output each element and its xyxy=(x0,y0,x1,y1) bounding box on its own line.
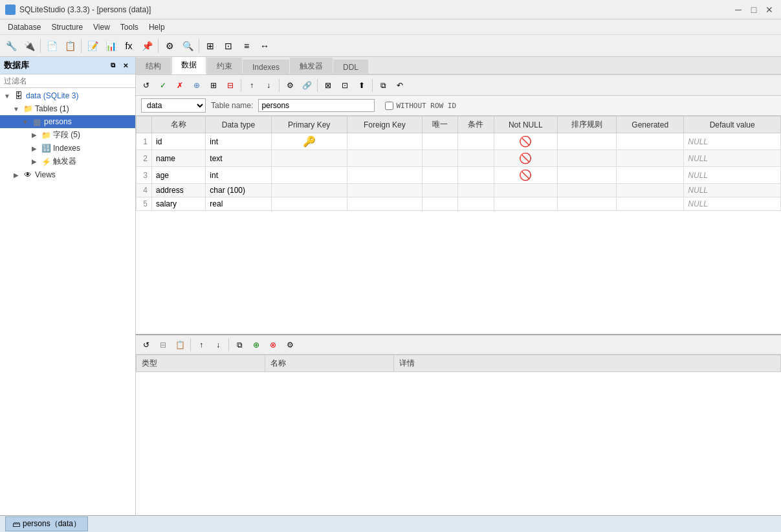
table-row[interactable]: 1idint🔑🚫NULL xyxy=(137,133,781,150)
close-button[interactable]: ✕ xyxy=(763,3,776,16)
toolbar-btn-7[interactable]: fx xyxy=(120,38,137,54)
stb-split-v[interactable]: ⊡ xyxy=(337,78,353,93)
filter-input[interactable] xyxy=(0,74,135,88)
toolbar-btn-12[interactable]: ⊡ xyxy=(220,38,237,54)
cell-fk xyxy=(347,197,422,211)
stb-insert-col[interactable]: ⊞ xyxy=(206,78,221,93)
stb-commit[interactable]: ✓ xyxy=(155,78,171,93)
stb-del-col[interactable]: ⊟ xyxy=(223,78,238,93)
toolbar-btn-13[interactable]: ≡ xyxy=(238,38,255,54)
stb-split-h[interactable]: ⊠ xyxy=(320,78,336,93)
cell-collation xyxy=(557,167,616,184)
toolbar-btn-14[interactable]: ↔ xyxy=(256,38,273,54)
toolbar-btn-2[interactable]: 🔌 xyxy=(21,38,38,54)
cell-pk xyxy=(271,150,347,167)
tab-structure[interactable]: 结构 xyxy=(136,58,171,74)
btb-up[interactable]: ↑ xyxy=(193,337,209,353)
tree-item-triggers[interactable]: ▶⚡触发器 xyxy=(0,155,135,168)
toolbar-btn-6[interactable]: 📊 xyxy=(102,38,119,54)
tree-toggle-triggers[interactable]: ▶ xyxy=(30,157,39,166)
btb-del[interactable]: ⊟ xyxy=(155,337,171,353)
cell-datatype: char (100) xyxy=(206,184,271,197)
btb-add[interactable]: ⊕ xyxy=(248,337,264,353)
menu-item-help[interactable]: Help xyxy=(144,21,170,33)
key-icon: 🔑 xyxy=(303,136,316,147)
toolbar-btn-9[interactable]: ⚙ xyxy=(161,38,178,54)
tree-toggle-data[interactable]: ▼ xyxy=(3,91,12,100)
null-value: NULL xyxy=(688,137,708,146)
tree-label-tables: Tables (1) xyxy=(35,104,69,113)
tree-toggle-tables[interactable]: ▼ xyxy=(12,104,21,113)
tree-label-data: data (SQLite 3) xyxy=(26,91,78,100)
cell-pk: 🔑 xyxy=(271,133,347,150)
stb-export[interactable]: ⬆ xyxy=(354,78,369,93)
toolbar-btn-10[interactable]: 🔍 xyxy=(179,38,196,54)
cell-fk xyxy=(347,133,422,150)
btb-settings[interactable]: ⚙ xyxy=(282,337,298,353)
stb-copy[interactable]: ⧉ xyxy=(375,78,391,93)
toolbar-btn-4[interactable]: 📋 xyxy=(61,38,78,54)
without-rowid-label: WITHOUT ROW ID xyxy=(396,102,456,110)
tree-toggle-fields[interactable]: ▶ xyxy=(30,131,39,140)
stb-move-down[interactable]: ↓ xyxy=(261,78,276,93)
minimize-button[interactable]: ─ xyxy=(732,3,745,16)
table-row[interactable]: 3ageint🚫NULL xyxy=(137,167,781,184)
btb-close[interactable]: ⊗ xyxy=(265,337,281,353)
sub-toolbar: ↺ ✓ ✗ ⊕ ⊞ ⊟ ↑ ↓ ⚙ 🔗 ⊠ ⊡ ⬆ ⧉ ↶ xyxy=(136,75,781,96)
stb-undo[interactable]: ↶ xyxy=(392,78,408,93)
cell-notnull xyxy=(494,184,557,197)
tree-item-fields[interactable]: ▶📁字段 (5) xyxy=(0,128,135,142)
table-row[interactable]: 2nametext🚫NULL xyxy=(137,150,781,167)
menu-item-tools[interactable]: Tools xyxy=(115,21,144,33)
tab-data[interactable]: 数据 xyxy=(171,56,206,74)
toolbar-btn-5[interactable]: 📝 xyxy=(84,38,101,54)
sidebar-restore-btn[interactable]: ⧉ xyxy=(107,60,118,71)
title-text: SQLiteStudio (3.3.3) - [persons (data)] xyxy=(19,5,151,14)
table-name-label: Table name: xyxy=(211,101,253,110)
title-controls: ─ □ ✕ xyxy=(732,3,776,16)
stb-refresh[interactable]: ↺ xyxy=(138,78,154,93)
stb-fk[interactable]: 🔗 xyxy=(299,78,314,93)
table-row[interactable]: 4addresschar (100)NULL xyxy=(137,184,781,197)
tree-item-views[interactable]: ▶👁Views xyxy=(0,168,135,181)
tree-toggle-persons[interactable]: ▼ xyxy=(21,117,30,126)
stb-col-settings[interactable]: ⚙ xyxy=(282,78,298,93)
btb-refresh[interactable]: ↺ xyxy=(138,337,154,353)
btb-down[interactable]: ↓ xyxy=(210,337,226,353)
tab-triggers[interactable]: 触发器 xyxy=(290,58,333,74)
tree-item-indexes[interactable]: ▶🔢Indexes xyxy=(0,142,135,155)
tab-indexes[interactable]: Indexes xyxy=(243,60,289,74)
tree-toggle-views[interactable]: ▶ xyxy=(12,170,21,179)
toolbar-sep-3 xyxy=(158,39,159,53)
col-header-3: Foreign Key xyxy=(347,116,422,133)
menu-item-view[interactable]: View xyxy=(88,21,115,33)
tree-item-persons[interactable]: ▼▦persons xyxy=(0,115,135,128)
toolbar-btn-3[interactable]: 📄 xyxy=(43,38,60,54)
cell-notnull: 🚫 xyxy=(494,150,557,167)
status-tab[interactable]: 🗃 persons（data） xyxy=(5,516,88,531)
cell-default: NULL xyxy=(684,133,781,150)
stb-add-col[interactable]: ⊕ xyxy=(189,78,204,93)
maximize-button[interactable]: □ xyxy=(747,3,760,16)
menu-item-database[interactable]: Database xyxy=(3,21,46,33)
toolbar-btn-8[interactable]: 📌 xyxy=(138,38,155,54)
tree-toggle-indexes[interactable]: ▶ xyxy=(30,144,39,153)
btb-copy[interactable]: ⧉ xyxy=(232,337,247,353)
tree-icon-persons: ▦ xyxy=(32,116,42,127)
tree-item-tables[interactable]: ▼📁Tables (1) xyxy=(0,102,135,115)
sidebar-close-btn[interactable]: ✕ xyxy=(120,60,131,71)
tab-ddl[interactable]: DDL xyxy=(333,60,368,74)
tab-constraints[interactable]: 约束 xyxy=(207,58,242,74)
menu-item-structure[interactable]: Structure xyxy=(46,21,88,33)
toolbar-btn-1[interactable]: 🔧 xyxy=(3,38,19,54)
table-name-input[interactable] xyxy=(258,99,375,112)
db-select[interactable]: data xyxy=(141,98,206,113)
toolbar-btn-11[interactable]: ⊞ xyxy=(202,38,219,54)
stb-rollback[interactable]: ✗ xyxy=(172,78,188,93)
stb-move-up[interactable]: ↑ xyxy=(244,78,259,93)
btb-detail[interactable]: 📋 xyxy=(172,337,188,353)
tree-item-data[interactable]: ▼🗄data (SQLite 3) xyxy=(0,89,135,102)
table-row[interactable]: 5salaryrealNULL xyxy=(137,197,781,211)
toolbar-sep-2 xyxy=(81,39,82,53)
without-rowid-checkbox[interactable] xyxy=(385,102,393,110)
